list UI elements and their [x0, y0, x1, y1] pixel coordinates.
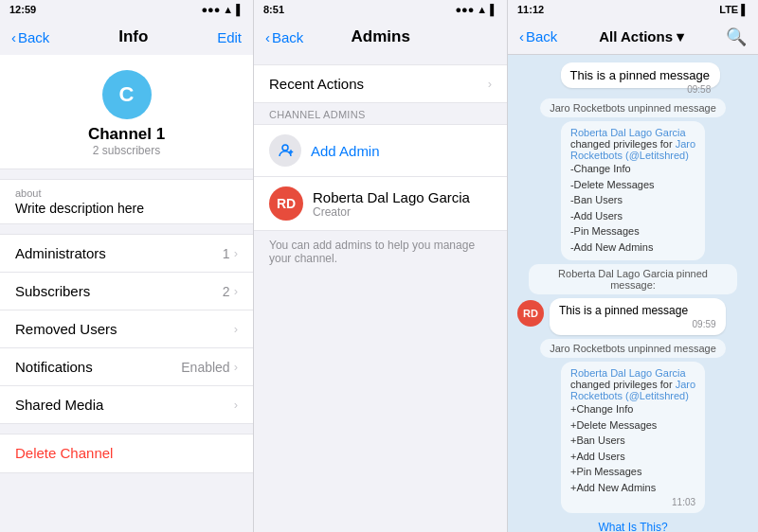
recent-actions-label: Recent Actions: [269, 76, 364, 92]
channel-avatar: C: [102, 70, 152, 119]
shared-media-label: Shared Media: [15, 397, 103, 413]
wifi-icon: ▲: [223, 4, 233, 15]
channel-admins-header: CHANNEL ADMINS: [254, 103, 507, 124]
time-1: 12:59: [9, 4, 36, 15]
administrators-value: 1 ›: [223, 246, 238, 261]
privileges-list-2: +Change Info +Delete Messages +Ban Users…: [570, 401, 695, 495]
delete-section[interactable]: Delete Channel: [0, 434, 253, 473]
subscribers-row[interactable]: Subscribers 2 ›: [0, 273, 253, 310]
rd-bubble-row: RD This is a pinned message 09:59: [517, 298, 726, 335]
system-msg-pinned: Roberta Dal Lago Garcia pinned message:: [529, 264, 737, 294]
about-text: Write description here: [15, 201, 238, 216]
pinned-message-bubble: This is a pinned message 09:58: [561, 62, 749, 95]
subscribers-label: Subscribers: [15, 283, 90, 299]
administrators-row[interactable]: Administrators 1 ›: [0, 235, 253, 273]
recent-actions-button[interactable]: Recent Actions ›: [254, 64, 507, 103]
notifications-value: Enabled ›: [181, 360, 238, 375]
edit-button[interactable]: Edit: [217, 29, 242, 45]
admin-row[interactable]: RD Roberta Dal Lago Garcia Creator: [254, 177, 507, 231]
battery-icon-3: ▌: [741, 4, 749, 15]
shared-media-chevron: ›: [234, 398, 238, 412]
panel-admins: 8:51 ●●● ▲ ▌ ‹ Back Admins Recent Action…: [254, 0, 508, 532]
panel-all-actions: 11:12 LTE ▌ ‹ Back All Actions ▾ 🔍 This …: [508, 0, 758, 532]
action-block-2-time: 11:03: [570, 497, 695, 507]
admin-name: Roberta Dal Lago Garcia: [313, 189, 492, 205]
lte-icon: LTE: [719, 4, 738, 15]
pinned-msg-text: This is a pinned message: [570, 68, 710, 82]
rd-avatar-1: RD: [517, 300, 544, 327]
status-icons-1: ●●● ▲ ▌: [201, 4, 244, 15]
add-admin-row[interactable]: Add Admin: [254, 124, 507, 177]
nav-bar-1: ‹ Back Info Edit: [0, 19, 253, 55]
panel-info: 12:59 ●●● ▲ ▌ ‹ Back Info Edit C Channel…: [0, 0, 254, 532]
about-label: about: [15, 187, 238, 199]
administrators-label: Administrators: [15, 245, 106, 261]
back-button-3[interactable]: ‹ Back: [519, 28, 557, 44]
what-is-this-link[interactable]: What Is This?: [517, 517, 749, 532]
add-admin-label[interactable]: Add Admin: [311, 143, 380, 159]
status-bar-1: 12:59 ●●● ▲ ▌: [0, 0, 253, 19]
action-sender-1: Roberta Dal Lago Garcia: [570, 127, 686, 138]
nav-title-1: Info: [118, 27, 148, 46]
battery-icon-2: ▌: [490, 4, 497, 15]
status-icons-2: ●●● ▲ ▌: [455, 4, 497, 15]
nav-bar-2: ‹ Back Admins: [254, 19, 507, 55]
back-button-1[interactable]: ‹ Back: [11, 29, 49, 45]
status-icons-3: LTE ▌: [719, 4, 749, 15]
help-text: You can add admins to help you manage yo…: [254, 231, 507, 273]
subscribers-value: 2 ›: [223, 284, 238, 299]
admin-info: Roberta Dal Lago Garcia Creator: [313, 189, 492, 219]
privileges-list-1: -Change Info -Delete Messages -Ban Users…: [570, 161, 695, 255]
add-admin-icon: [269, 134, 301, 167]
time-2: 8:51: [263, 4, 284, 15]
notifications-row[interactable]: Notifications Enabled ›: [0, 348, 253, 386]
action-block-1: Roberta Dal Lago Garcia changed privileg…: [561, 121, 705, 260]
system-msg-unpinned-2: Jaro Rocketbots unpinned message: [540, 339, 726, 358]
about-section: about Write description here: [0, 179, 253, 224]
channel-name: Channel 1: [88, 125, 165, 144]
status-bar-3: 11:12 LTE ▌: [508, 0, 758, 19]
battery-icon: ▌: [236, 4, 244, 15]
channel-subscribers: 2 subscribers: [93, 144, 160, 157]
nav-bar-3: ‹ Back All Actions ▾ 🔍: [508, 19, 758, 55]
delete-channel-button[interactable]: Delete Channel: [15, 445, 113, 461]
action-block-2: Roberta Dal Lago Garcia changed privileg…: [561, 362, 705, 513]
admin-avatar: RD: [269, 186, 303, 221]
search-icon[interactable]: 🔍: [726, 27, 747, 47]
nav-title-2: Admins: [352, 27, 410, 46]
admin-role: Creator: [313, 205, 492, 219]
profile-section: C Channel 1 2 subscribers: [0, 55, 253, 169]
recent-actions-chevron: ›: [488, 77, 492, 91]
signal-icon: ●●●: [201, 4, 220, 15]
time-3: 11:12: [517, 4, 544, 15]
status-bar-2: 8:51 ●●● ▲ ▌: [254, 0, 507, 19]
nav-title-3[interactable]: All Actions ▾: [599, 28, 684, 45]
settings-list: Administrators 1 › Subscribers 2 › Remov…: [0, 234, 253, 424]
removed-users-chevron: ›: [234, 322, 238, 336]
back-button-2[interactable]: ‹ Back: [265, 29, 303, 45]
svg-point-0: [282, 145, 288, 151]
action-sender-2: Roberta Dal Lago Garcia: [570, 367, 686, 379]
notifications-label: Notifications: [15, 359, 93, 375]
pinned-msg-time: 09:58: [687, 84, 711, 95]
rd-bubble: This is a pinned message 09:59: [550, 298, 726, 335]
removed-users-row[interactable]: Removed Users ›: [0, 310, 253, 348]
rd-msg-time: 09:59: [693, 319, 716, 329]
system-msg-unpinned-1: Jaro Rocketbots unpinned message: [540, 98, 726, 117]
chat-area: This is a pinned message 09:58 Jaro Rock…: [508, 55, 758, 532]
removed-users-label: Removed Users: [15, 321, 117, 337]
wifi-icon-2: ▲: [477, 4, 487, 15]
signal-icon-2: ●●●: [455, 4, 474, 15]
shared-media-row[interactable]: Shared Media ›: [0, 386, 253, 424]
